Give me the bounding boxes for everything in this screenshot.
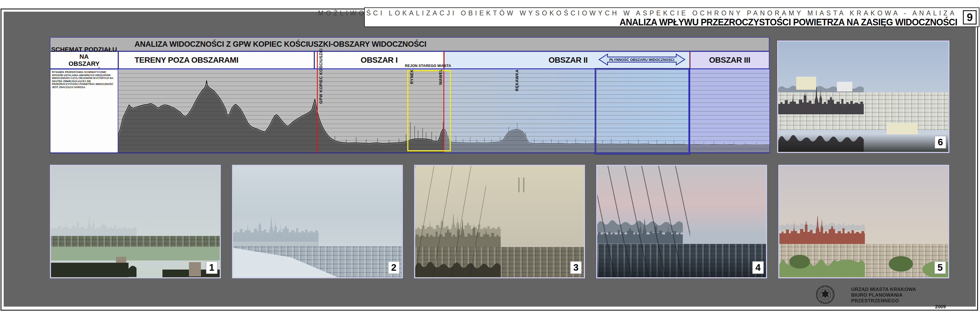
- footer-year: 2009: [851, 304, 946, 310]
- photo-3: 3: [414, 165, 585, 279]
- photo-1-treeline: [51, 236, 220, 253]
- photo-3-near-skyline: [415, 209, 501, 247]
- photo-6-spires: [778, 77, 864, 115]
- photo-5-green-foreground: [780, 250, 865, 277]
- photo-2-rooftops: [233, 246, 402, 277]
- page-root: MOŻLIWOŚCI LOKALIZACJI OBIEKTÓW WYSOKOŚC…: [0, 0, 980, 320]
- marker-label-kosciuszki: GPW KOPIEC KOŚCIUSZKI: [318, 48, 323, 104]
- photo-5-brick-towers: [780, 206, 865, 244]
- legend-title-line1: SCHEMAT PODZIAŁU NA: [51, 46, 118, 60]
- zone3-haze-overlay: [690, 69, 769, 153]
- photo-number-badge: 4: [752, 261, 764, 274]
- photo-number-badge: 3: [571, 261, 581, 274]
- marker-label-rynek: RYNEK: [409, 70, 414, 84]
- marker-line-kosciuszki: [317, 52, 318, 153]
- photo-number-badge: 5: [935, 261, 945, 274]
- series-supertitle: MOŻLIWOŚCI LOKALIZACJI OBIEKTÓW WYSOKOŚC…: [318, 10, 957, 17]
- photo-number-badge: 2: [388, 261, 399, 274]
- flow-arrow-label: PŁYNNOŚĆ OBSZARU WIDOCZNOŚCI: [609, 57, 674, 62]
- photo-5: 5: [778, 165, 949, 279]
- zone-label-obszar-1: OBSZAR I: [361, 56, 398, 65]
- photo-2: 2: [232, 165, 403, 279]
- photo-1-far-skyline: [51, 209, 137, 236]
- zone-label-obszar-2: OBSZAR II: [445, 56, 588, 65]
- legend-description-box: RYSUNEK PRZEDSTAWIA SCHEMATYCZNIE SPOSÓB…: [50, 69, 118, 153]
- old-town-region-label: REJON STAREGO MIASTA: [405, 64, 451, 68]
- visibility-transition-box: [595, 68, 690, 154]
- seal-eagle-glyph: [821, 290, 829, 299]
- visibility-flow-arrow: PŁYNNOŚĆ OBSZARU WIDOCZNOŚCI: [598, 53, 686, 67]
- legend-description: RYSUNEK PRZEDSTAWIA SCHEMATYCZNIE SPOSÓB…: [52, 71, 113, 89]
- diagram-title-bar: ANALIZA WIDOCZNOŚCI Z GPW KOPIEC KOŚCIUS…: [50, 37, 769, 51]
- page-number-box: 9: [963, 10, 977, 24]
- photo-number-badge: 6: [935, 136, 946, 148]
- photo-6-foreground: [778, 128, 864, 152]
- photo-6: 6: [777, 40, 950, 153]
- photo-1-foreground: [51, 259, 137, 277]
- photo-1: 1: [50, 165, 221, 279]
- org-name-line1: URZĄD MIASTA KRAKOWA: [851, 287, 946, 292]
- legend-title-box: SCHEMAT PODZIAŁU NA OBSZARY WIDOCZNOŚCI: [50, 51, 118, 69]
- zone-header-tereny: TERENY POZA OBSZARAMI: [118, 51, 314, 69]
- photo-number-badge: 1: [206, 261, 217, 274]
- photo-3-foreground: [415, 255, 501, 277]
- photo-4-skyline: [597, 210, 683, 244]
- photo-4-city: [597, 244, 766, 277]
- city-seal-logo: URZĄD MIASTA KRAKOWA • BIURO PLANOWANIA …: [816, 285, 835, 304]
- org-name-line2: BIURO PLANOWANIA PRZESTRZENNEGO: [851, 292, 946, 304]
- zone-label-obszar-3: OBSZAR III: [709, 56, 750, 65]
- zone-label-tereny: TERENY POZA OBSZARAMI: [119, 56, 238, 65]
- title-block: MOŻLIWOŚCI LOKALIZACJI OBIEKTÓW WYSOKOŚC…: [364, 7, 980, 27]
- zone-header-obszar-3: OBSZAR III: [690, 51, 769, 69]
- photo-4: 4: [596, 165, 767, 279]
- marker-label-rekawka: RĘKAWKA: [515, 69, 519, 91]
- photo-2-near-skyline: [233, 216, 318, 247]
- footer-credits: URZĄD MIASTA KRAKOWA BIURO PLANOWANIA PR…: [851, 287, 946, 310]
- marker-label-wawel: WAWEL: [438, 69, 443, 85]
- sheet-title: ANALIZA WPŁYWU PRZEZROCZYSTOŚCI POWIETRZ…: [619, 16, 957, 28]
